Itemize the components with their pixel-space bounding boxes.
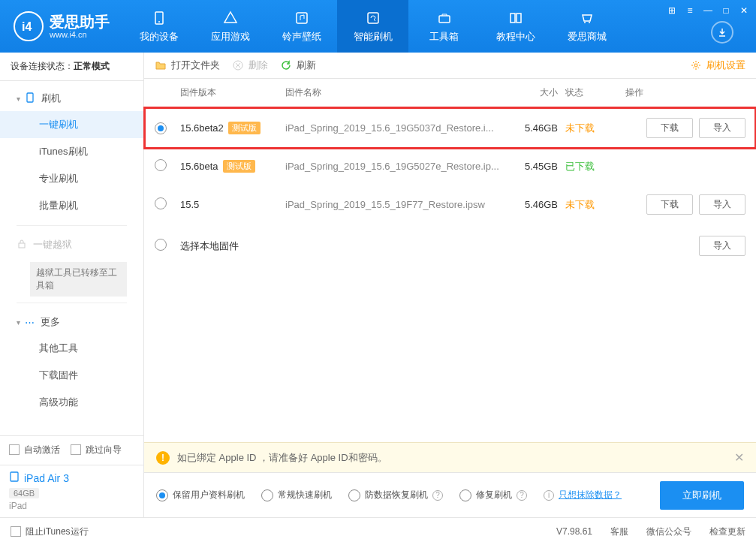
check-skip-guide[interactable]: 跳过向导 xyxy=(71,444,122,456)
th-name: 固件名称 xyxy=(285,86,513,99)
app-url: www.i4.cn xyxy=(50,30,110,39)
list-icon[interactable]: ≡ xyxy=(684,5,696,17)
delete-icon xyxy=(232,59,244,71)
firmware-name: iPad_Spring_2019_15.5_19F77_Restore.ipsw xyxy=(285,199,513,210)
logo-icon: i4 xyxy=(14,11,44,41)
th-version: 固件版本 xyxy=(180,86,285,99)
firmware-version: 15.6beta2测试版 xyxy=(180,122,285,134)
download-button[interactable]: 下载 xyxy=(646,118,693,138)
sidebar-group-jailbreak: 一键越狱 xyxy=(0,232,143,257)
flash-settings-button[interactable]: 刷机设置 xyxy=(690,59,745,72)
close-notice-button[interactable]: ✕ xyxy=(734,450,744,465)
beta-tag: 测试版 xyxy=(228,122,261,134)
firmware-size: 5.46GB xyxy=(513,199,565,210)
import-button[interactable]: 导入 xyxy=(699,194,745,215)
opt-keep-data[interactable]: 保留用户资料刷机 xyxy=(156,489,245,501)
svg-rect-10 xyxy=(11,472,18,481)
check-block-itunes[interactable]: 阻止iTunes运行 xyxy=(11,525,89,538)
svg-point-7 xyxy=(589,22,590,23)
opt-repair[interactable]: 修复刷机? xyxy=(459,489,527,501)
help-icon[interactable]: ? xyxy=(517,490,527,501)
table-header: 固件版本 固件名称 大小 状态 操作 xyxy=(144,79,756,107)
erase-link[interactable]: i只想抹除数据？ xyxy=(544,489,622,501)
sidebar-item-oneclick[interactable]: 一键刷机 xyxy=(0,111,143,138)
svg-rect-8 xyxy=(27,93,33,102)
svg-rect-3 xyxy=(297,13,307,23)
start-flash-button[interactable]: 立即刷机 xyxy=(660,481,744,510)
nav-my-device[interactable]: 我的设备 xyxy=(123,0,194,53)
music-icon xyxy=(293,9,311,27)
opt-antirecover[interactable]: 防数据恢复刷机? xyxy=(348,489,443,501)
radio-select[interactable] xyxy=(155,122,167,134)
radio-local[interactable] xyxy=(155,239,167,251)
nav-ringtone[interactable]: 铃声壁纸 xyxy=(266,0,337,53)
book-icon xyxy=(507,9,525,27)
main-panel: 打开文件夹 删除 刷新 刷机设置 固件版本 固件名称 大小 状态 操作 15.6… xyxy=(144,53,756,517)
firmware-status: 未下载 xyxy=(565,122,625,135)
customer-service-link[interactable]: 客服 xyxy=(610,525,628,538)
open-folder-button[interactable]: 打开文件夹 xyxy=(155,59,220,72)
import-button[interactable]: 导入 xyxy=(699,118,745,138)
sidebar: 设备连接状态：正常模式 ▾ 刷机 一键刷机 iTunes刷机 专业刷机 批量刷机… xyxy=(0,53,144,517)
check-update-link[interactable]: 检查更新 xyxy=(709,525,745,538)
radio-select[interactable] xyxy=(155,197,167,209)
device-icon xyxy=(150,9,168,27)
maximize-icon[interactable]: □ xyxy=(720,5,732,17)
sidebar-item-pro[interactable]: 专业刷机 xyxy=(0,165,143,192)
firmware-row[interactable]: 15.6beta2测试版iPad_Spring_2019_15.6_19G503… xyxy=(144,107,756,149)
minimize-icon[interactable]: — xyxy=(702,5,714,17)
toolbar: 打开文件夹 删除 刷新 刷机设置 xyxy=(144,53,756,79)
sidebar-group-flash[interactable]: ▾ 刷机 xyxy=(0,86,143,111)
firmware-row[interactable]: 15.6beta测试版iPad_Spring_2019_15.6_19G5027… xyxy=(144,149,756,184)
check-auto-activate[interactable]: 自动激活 xyxy=(9,444,60,456)
cart-icon xyxy=(578,9,596,27)
sidebar-item-batch[interactable]: 批量刷机 xyxy=(0,192,143,219)
sidebar-item-advanced[interactable]: 高级功能 xyxy=(0,389,143,416)
device-info: iPad Air 3 64GB iPad xyxy=(0,465,143,517)
firmware-version: 15.6beta测试版 xyxy=(180,160,285,173)
download-indicator-icon[interactable] xyxy=(711,21,733,44)
nav-store[interactable]: 爱思商城 xyxy=(551,0,622,53)
app-header: i4 爱思助手 www.i4.cn 我的设备 应用游戏 铃声壁纸 智能刷机 工具… xyxy=(0,0,756,53)
chevron-down-icon: ▾ xyxy=(17,95,20,103)
sidebar-group-more[interactable]: ▾ ⋯ 更多 xyxy=(0,309,143,335)
help-icon[interactable]: ? xyxy=(432,490,443,501)
tablet-icon xyxy=(9,471,20,484)
nav-toolbox[interactable]: 工具箱 xyxy=(408,0,480,53)
sidebar-checks: 自动激活 跳过向导 xyxy=(0,435,143,465)
close-icon[interactable]: ✕ xyxy=(738,5,750,17)
firmware-size: 5.46GB xyxy=(513,122,565,134)
sidebar-item-other[interactable]: 其他工具 xyxy=(0,335,143,362)
th-ops: 操作 xyxy=(625,86,745,99)
refresh-button[interactable]: 刷新 xyxy=(280,59,316,72)
app-version: V7.98.61 xyxy=(556,526,592,537)
top-nav: 我的设备 应用游戏 铃声壁纸 智能刷机 工具箱 教程中心 爱思商城 xyxy=(123,0,622,53)
menu-icon[interactable]: ⊞ xyxy=(666,5,678,17)
jailbreak-note: 越狱工具已转移至工具箱 xyxy=(30,262,127,297)
download-button[interactable]: 下载 xyxy=(646,194,693,215)
flash-options: 保留用户资料刷机 常规快速刷机 防数据恢复刷机? 修复刷机? i只想抹除数据？ … xyxy=(144,472,756,517)
svg-point-2 xyxy=(158,21,160,23)
connection-status: 设备连接状态：正常模式 xyxy=(0,53,143,81)
sidebar-item-download[interactable]: 下载固件 xyxy=(0,362,143,389)
firmware-row[interactable]: 15.5iPad_Spring_2019_15.5_19F77_Restore.… xyxy=(144,184,756,225)
opt-normal[interactable]: 常规快速刷机 xyxy=(261,489,332,501)
th-size: 大小 xyxy=(513,86,565,99)
device-type: iPad xyxy=(9,501,134,511)
nav-apps[interactable]: 应用游戏 xyxy=(194,0,266,53)
app-logo: i4 爱思助手 www.i4.cn xyxy=(0,11,123,41)
wechat-link[interactable]: 微信公众号 xyxy=(646,525,691,538)
delete-button: 删除 xyxy=(232,59,268,72)
flash-icon xyxy=(364,9,382,27)
device-name[interactable]: iPad Air 3 xyxy=(9,471,134,484)
chevron-down-icon: ▾ xyxy=(17,318,20,327)
nav-tutorial[interactable]: 教程中心 xyxy=(480,0,551,53)
sidebar-item-itunes[interactable]: iTunes刷机 xyxy=(0,138,143,165)
refresh-icon xyxy=(280,59,292,71)
firmware-status: 未下载 xyxy=(565,198,625,212)
nav-flash[interactable]: 智能刷机 xyxy=(337,0,408,53)
import-local-button[interactable]: 导入 xyxy=(699,236,745,256)
window-controls: ⊞ ≡ — □ ✕ xyxy=(666,5,750,17)
svg-rect-4 xyxy=(368,13,378,23)
radio-select[interactable] xyxy=(155,159,167,171)
